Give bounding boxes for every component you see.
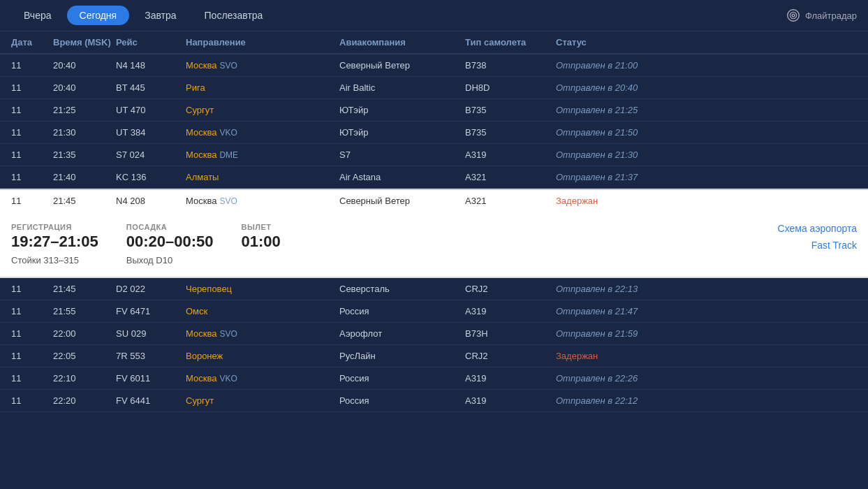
table-row[interactable]: 11 21:25 UT 470 Сургут ЮТэйр B735 Отправ… bbox=[0, 99, 868, 122]
row-airline: Северсталь bbox=[339, 284, 465, 294]
row-flight: UT 384 bbox=[116, 127, 186, 138]
svg-point-1 bbox=[790, 12, 796, 18]
row-airline: Россия bbox=[339, 373, 465, 384]
row-status: Отправлен в 22:12 bbox=[556, 395, 857, 406]
flights-table: 11 20:40 N4 148 Москва SVO Северный Вете… bbox=[0, 54, 868, 412]
row-date: 11 bbox=[11, 284, 53, 294]
tab-day-after[interactable]: Послезавтра bbox=[192, 6, 276, 25]
row-destination: Омск bbox=[186, 306, 339, 316]
table-row[interactable]: 11 22:00 SU 029 Москва SVO Аэрофлот B73H… bbox=[0, 323, 868, 345]
row-date: 11 bbox=[11, 328, 53, 339]
table-row[interactable]: 11 20:40 N4 148 Москва SVO Северный Вете… bbox=[0, 54, 868, 77]
svg-point-0 bbox=[788, 10, 800, 22]
boarding-section: ПОСАДКА 00:20–00:50 Выход D10 bbox=[126, 223, 214, 265]
row-airline: Аэрофлот bbox=[339, 328, 465, 339]
row-aircraft: B735 bbox=[465, 127, 556, 138]
row-destination: Воронеж bbox=[186, 351, 339, 361]
row-aircraft: DH8D bbox=[465, 82, 556, 93]
row-date: 11 bbox=[11, 196, 53, 206]
row-flight: KC 136 bbox=[116, 172, 186, 182]
row-destination: Москва DME bbox=[186, 149, 339, 160]
table-row[interactable]: 11 21:45 D2 022 Череповец Северсталь CRJ… bbox=[0, 278, 868, 300]
row-status: Задержан bbox=[556, 196, 857, 206]
col-time: Время (MSK) bbox=[53, 37, 116, 48]
tab-today[interactable]: Сегодня bbox=[67, 6, 130, 25]
row-time: 21:55 bbox=[53, 306, 116, 316]
table-row[interactable]: 11 21:55 FV 6471 Омск Россия A319 Отправ… bbox=[0, 300, 868, 323]
row-time: 22:00 bbox=[53, 328, 116, 339]
row-date: 11 bbox=[11, 172, 53, 182]
row-status: Отправлен в 20:40 bbox=[556, 82, 857, 93]
row-destination: Алматы bbox=[186, 172, 339, 182]
row-aircraft: B735 bbox=[465, 105, 556, 115]
airport-map-link[interactable]: Схема аэропорта bbox=[778, 223, 857, 234]
flightradar-label: Флайтрадар bbox=[805, 10, 857, 21]
row-aircraft: B738 bbox=[465, 60, 556, 71]
table-row[interactable]: 11 21:35 S7 024 Москва DME S7 A319 Отпра… bbox=[0, 144, 868, 166]
row-airline: Северный Ветер bbox=[339, 60, 465, 71]
row-flight: BT 445 bbox=[116, 82, 186, 93]
fast-track-link[interactable]: Fast Track bbox=[811, 240, 857, 251]
table-row[interactable]: 11 20:40 BT 445 Рига Air Baltic DH8D Отп… bbox=[0, 77, 868, 99]
row-date: 11 bbox=[11, 60, 53, 71]
table-row[interactable]: 11 22:20 FV 6441 Сургут Россия A319 Отпр… bbox=[0, 390, 868, 412]
row-aircraft: CRJ2 bbox=[465, 351, 556, 361]
row-status: Отправлен в 21:37 bbox=[556, 172, 857, 182]
tab-tomorrow[interactable]: Завтра bbox=[132, 6, 189, 25]
row-flight: UT 470 bbox=[116, 105, 186, 115]
flightradar-branding: Флайтрадар bbox=[786, 8, 857, 23]
row-destination: Череповец bbox=[186, 284, 339, 294]
row-time: 22:05 bbox=[53, 351, 116, 361]
table-row[interactable]: 11 21:40 KC 136 Алматы Air Astana A321 О… bbox=[0, 166, 868, 189]
row-status: Отправлен в 22:13 bbox=[556, 284, 857, 294]
row-destination: Сургут bbox=[186, 105, 339, 115]
row-airline: Air Astana bbox=[339, 172, 465, 182]
row-aircraft: A319 bbox=[465, 395, 556, 406]
row-time: 21:45 bbox=[53, 196, 116, 206]
row-status: Отправлен в 21:50 bbox=[556, 127, 857, 138]
row-flight: N4 208 bbox=[116, 196, 186, 206]
col-date: Дата bbox=[11, 37, 53, 48]
row-flight: FV 6471 bbox=[116, 306, 186, 316]
table-header: Дата Время (MSK) Рейс Направление Авиако… bbox=[0, 31, 868, 54]
row-destination: Москва SVO bbox=[186, 196, 339, 206]
board-gate: Выход D10 bbox=[126, 255, 214, 265]
table-row-expanded[interactable]: 11 21:45 N4 208 Москва SVO Северный Вете… bbox=[0, 189, 868, 212]
row-time: 20:40 bbox=[53, 82, 116, 93]
row-time: 22:10 bbox=[53, 373, 116, 384]
table-row[interactable]: 11 22:10 FV 6011 Москва VKO Россия A319 … bbox=[0, 367, 868, 390]
row-status: Отправлен в 21:30 bbox=[556, 149, 857, 160]
row-time: 21:30 bbox=[53, 127, 116, 138]
row-airline: Air Baltic bbox=[339, 82, 465, 93]
departure-section: ВЫЛЕТ 01:00 bbox=[242, 223, 281, 251]
row-destination: Москва SVO bbox=[186, 60, 339, 71]
row-time: 21:40 bbox=[53, 172, 116, 182]
row-flight: N4 148 bbox=[116, 60, 186, 71]
row-airline: Россия bbox=[339, 306, 465, 316]
row-date: 11 bbox=[11, 351, 53, 361]
detail-links: Схема аэропорта Fast Track bbox=[752, 223, 857, 251]
row-aircraft: A319 bbox=[465, 373, 556, 384]
row-status: Отправлен в 21:00 bbox=[556, 60, 857, 71]
row-time: 21:35 bbox=[53, 149, 116, 160]
svg-point-2 bbox=[792, 14, 795, 17]
row-date: 11 bbox=[11, 373, 53, 384]
tab-yesterday[interactable]: Вчера bbox=[11, 6, 64, 25]
reg-counters: Стойки 313–315 bbox=[11, 255, 98, 265]
row-destination: Сургут bbox=[186, 395, 339, 406]
row-date: 11 bbox=[11, 306, 53, 316]
col-status: Статус bbox=[556, 37, 857, 48]
reg-value: 19:27–21:05 bbox=[11, 233, 98, 251]
table-row[interactable]: 11 21:30 UT 384 Москва VKO ЮТэйр B735 От… bbox=[0, 122, 868, 144]
row-date: 11 bbox=[11, 395, 53, 406]
row-flight: FV 6441 bbox=[116, 395, 186, 406]
table-row[interactable]: 11 22:05 7R 553 Воронеж РусЛайн CRJ2 Зад… bbox=[0, 345, 868, 367]
row-time: 22:20 bbox=[53, 395, 116, 406]
row-airline: Россия bbox=[339, 395, 465, 406]
row-time: 20:40 bbox=[53, 60, 116, 71]
row-status: Отправлен в 21:59 bbox=[556, 328, 857, 339]
row-status: Отправлен в 22:26 bbox=[556, 373, 857, 384]
row-date: 11 bbox=[11, 82, 53, 93]
row-flight: S7 024 bbox=[116, 149, 186, 160]
row-airline: РусЛайн bbox=[339, 351, 465, 361]
